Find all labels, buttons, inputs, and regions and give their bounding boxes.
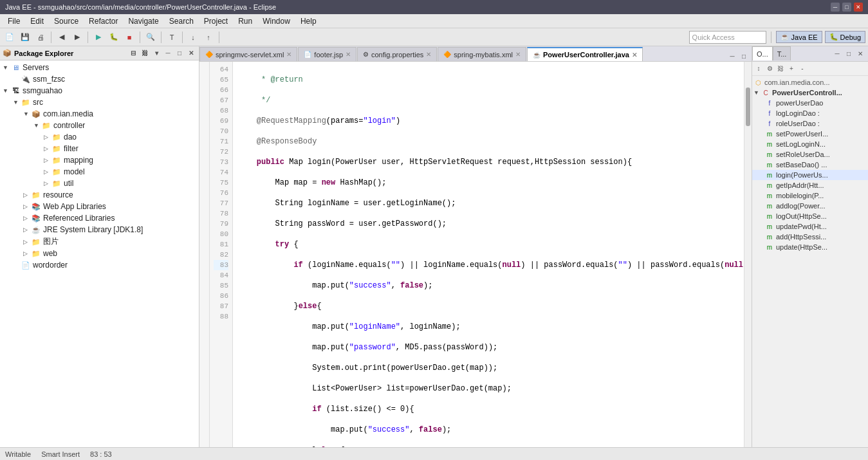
tree-item-model[interactable]: ▷ 📁 model <box>0 166 199 178</box>
tree-item-referenced-libraries[interactable]: ▷ 📚 Referenced Libraries <box>0 212 199 224</box>
outline-item-update[interactable]: m update(HttpSe... <box>752 242 868 252</box>
outline-item-getipaddr[interactable]: m getIpAddr(Htt... <box>752 180 868 190</box>
outline-expand-button[interactable]: + <box>786 64 797 74</box>
outline-filter-button[interactable]: ⚙ <box>764 64 775 74</box>
tree-item-ssmguahao[interactable]: ▼ 🏗 ssmguahao <box>0 85 199 97</box>
line-num-77: 77 <box>214 198 228 208</box>
outline-item-class[interactable]: ▼ C PowerUserControll... <box>752 87 868 98</box>
addlog-label: addlog(Power... <box>776 202 825 210</box>
outline-item-updatepwd[interactable]: m updatePwd(Ht... <box>752 221 868 232</box>
prev-annotation-button[interactable]: ↑ <box>201 30 216 44</box>
tree-item-wordorder[interactable]: 📄 wordorder <box>0 259 199 271</box>
search-button[interactable]: 🔍 <box>143 30 158 44</box>
quick-access-box[interactable]: Quick Access <box>689 31 766 44</box>
vertical-scrollbar[interactable] <box>744 62 752 460</box>
outline-item-logout[interactable]: m logOut(HttpSe... <box>752 211 868 221</box>
puc-tab-close[interactable]: ✕ <box>632 51 637 59</box>
tree-item-jre[interactable]: ▷ ☕ JRE System Library [JDK1.8] <box>0 224 199 235</box>
tree-item-servers[interactable]: ▼ 🖥 Servers <box>0 62 199 73</box>
resource-arrow: ▷ <box>23 192 31 198</box>
menu-search[interactable]: Search <box>164 14 199 28</box>
back-button[interactable]: ◀ <box>55 30 69 44</box>
springmvc-tab-close[interactable]: ✕ <box>286 51 291 58</box>
open-type-button[interactable]: T <box>165 30 179 44</box>
menu-edit[interactable]: Edit <box>25 14 49 28</box>
tab-t[interactable]: T... <box>773 46 791 60</box>
tree-item-ssm_fzsc[interactable]: 🔌 ssm_fzsc <box>0 73 199 85</box>
tab-spring-mybatis[interactable]: 🔶 spring-mybatis.xml ✕ <box>438 47 526 61</box>
perspective-javaee-button[interactable]: ☕ Java EE <box>776 31 822 43</box>
outline-link-button[interactable]: ⛓ <box>775 64 786 74</box>
tree-item-filter[interactable]: ▷ 📁 filter <box>0 143 199 154</box>
debug-button[interactable]: 🐛 <box>107 30 121 44</box>
spring-mybatis-tab-close[interactable]: ✕ <box>515 51 521 58</box>
tab-config[interactable]: ⚙ config.properties ✕ <box>357 47 437 61</box>
menu-source[interactable]: Source <box>49 14 84 28</box>
menu-file[interactable]: File <box>3 14 25 28</box>
code-line-77: map.put("password", MD5.pass(passWord)); <box>238 342 739 353</box>
editor-minimize-button[interactable]: ─ <box>727 51 737 61</box>
tree-item-util[interactable]: ▷ 📁 util <box>0 178 199 189</box>
menu-navigate[interactable]: Navigate <box>123 14 163 28</box>
footer-tab-close[interactable]: ✕ <box>346 51 351 58</box>
outline-minimize-button[interactable]: ─ <box>832 49 842 59</box>
view-menu-button[interactable]: ▾ <box>151 48 162 59</box>
tree-item-com-ian-media[interactable]: ▼ 📦 com.ian.media <box>0 108 199 120</box>
tree-item-web[interactable]: ▷ 📁 web <box>0 248 199 259</box>
maximize-button[interactable]: □ <box>842 3 851 12</box>
tree-item-src[interactable]: ▼ 📁 src <box>0 97 199 108</box>
line-num-88: 88 <box>214 311 228 322</box>
outline-item-mobilelogin[interactable]: m mobilelogin(P... <box>752 190 868 201</box>
perspective-debug-button[interactable]: 🐛 Debug <box>825 31 865 43</box>
collapse-all-button[interactable]: ⊟ <box>128 48 138 59</box>
tab-springmvc[interactable]: 🔶 springmvc-servlet.xml ✕ <box>199 47 297 61</box>
maximize-panel-button[interactable]: □ <box>174 48 185 59</box>
tab-outline[interactable]: O... <box>752 46 773 60</box>
tree-item-mapping[interactable]: ▷ 📁 mapping <box>0 154 199 166</box>
tree-item-dao[interactable]: ▷ 📁 dao <box>0 131 199 143</box>
outline-collapse-button[interactable]: - <box>797 64 808 74</box>
vertical-scroll-thumb[interactable] <box>746 87 750 126</box>
menu-run[interactable]: Run <box>233 14 257 28</box>
line-num-76: 76 <box>214 188 228 198</box>
tree-item-controller[interactable]: ▼ 📁 controller <box>0 120 199 131</box>
save-button[interactable]: 💾 <box>18 30 32 44</box>
menu-help[interactable]: Help <box>295 14 322 28</box>
outline-item-poweruserdao[interactable]: f powerUserDao <box>752 98 868 108</box>
minimize-panel-button[interactable]: ─ <box>163 48 173 59</box>
tab-footer[interactable]: 📄 footer.jsp ✕ <box>298 47 356 61</box>
outline-sort-button[interactable]: ↕ <box>753 64 764 74</box>
run-button[interactable]: ▶ <box>91 30 106 44</box>
outline-item-roleuserdao[interactable]: f roleUserDao : <box>752 118 868 129</box>
outline-maximize-button[interactable]: □ <box>844 49 854 59</box>
outline-item-login[interactable]: m login(PowerUs... <box>752 170 868 180</box>
stop-button[interactable]: ■ <box>122 30 136 44</box>
editor-maximize-button[interactable]: □ <box>739 51 749 61</box>
outline-item-add[interactable]: m add(HttpSessi... <box>752 232 868 242</box>
new-button[interactable]: 📄 <box>3 30 17 44</box>
code-content[interactable]: * @return */ @RequestMapping(params="log… <box>233 62 744 460</box>
menu-project[interactable]: Project <box>199 14 233 28</box>
outline-item-class-package[interactable]: ⬡ com.ian.media.con... <box>752 77 868 87</box>
close-panel-button[interactable]: ✕ <box>186 48 196 59</box>
close-button[interactable]: ✕ <box>854 3 863 12</box>
link-editor-button[interactable]: ⛓ <box>140 48 150 59</box>
outline-item-loglogindao[interactable]: f logLoginDao : <box>752 108 868 118</box>
outline-close-button[interactable]: ✕ <box>855 49 865 59</box>
tree-item-webapp-libraries[interactable]: ▷ 📚 Web App Libraries <box>0 201 199 212</box>
outline-item-setroleuser[interactable]: m setRoleUserDa... <box>752 149 868 160</box>
outline-item-setpoweruser[interactable]: m setPowerUserI... <box>752 129 868 139</box>
menu-refactor[interactable]: Refactor <box>84 14 123 28</box>
config-tab-close[interactable]: ✕ <box>426 51 431 58</box>
forward-button[interactable]: ▶ <box>70 30 84 44</box>
outline-item-addlog[interactable]: m addlog(Power... <box>752 201 868 211</box>
outline-item-setloglogin[interactable]: m setLogLoginN... <box>752 139 868 149</box>
minimize-button[interactable]: ─ <box>831 3 840 12</box>
next-annotation-button[interactable]: ↓ <box>186 30 200 44</box>
tree-item-images[interactable]: ▷ 📁 图片 <box>0 235 199 248</box>
tab-power-user-controller[interactable]: ☕ PowerUserController.java ✕ <box>527 47 643 61</box>
tree-item-resource[interactable]: ▷ 📁 resource <box>0 189 199 201</box>
print-button[interactable]: 🖨 <box>33 30 48 44</box>
menu-window[interactable]: Window <box>257 14 295 28</box>
outline-item-setbasedao[interactable]: m setBaseDao() ... <box>752 160 868 170</box>
